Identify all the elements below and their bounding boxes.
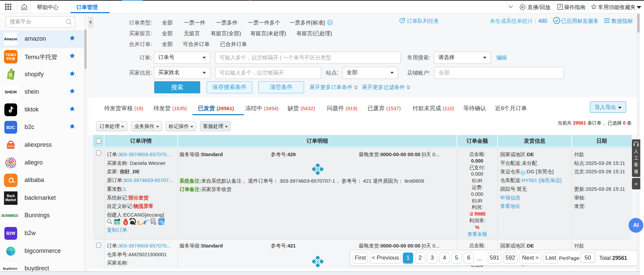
svg-text:a: a bbox=[137, 219, 140, 224]
svg-text:S: S bbox=[125, 221, 127, 225]
svg-text:e: e bbox=[143, 218, 146, 225]
